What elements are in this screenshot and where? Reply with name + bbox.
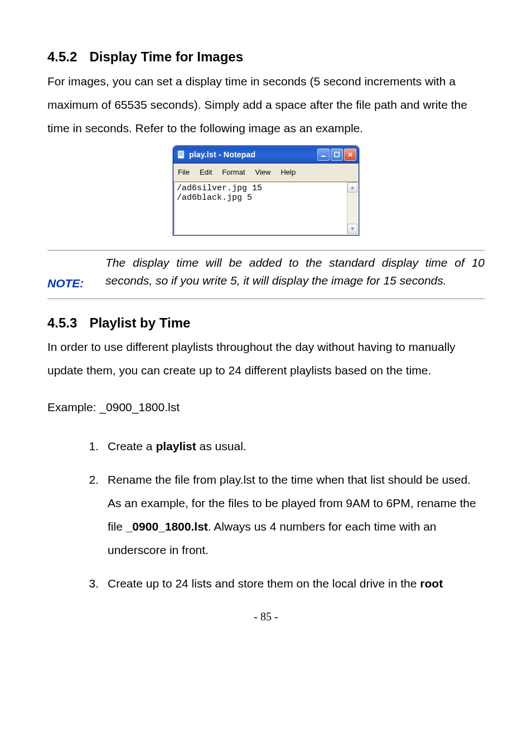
- menu-help[interactable]: Help: [278, 165, 298, 180]
- list-item: Create a playlist as usual.: [91, 435, 485, 458]
- close-button[interactable]: [344, 148, 356, 161]
- section-heading-452: 4.5.2Display Time for Images: [47, 47, 485, 66]
- example-line: Example: _0900_1800.lst: [47, 396, 485, 419]
- steps-list: Create a playlist as usual. Rename the f…: [47, 435, 485, 595]
- step-text-bold: playlist: [156, 440, 196, 452]
- menu-file[interactable]: File: [176, 165, 192, 180]
- svg-rect-6: [335, 152, 339, 157]
- section-number: 4.5.3: [47, 314, 77, 333]
- section-title: Display Time for Images: [89, 49, 243, 64]
- section-453-paragraph: In order to use different playlists thro…: [47, 335, 485, 382]
- notepad-textarea[interactable]: /ad6silver.jpg 15 /ad6black.jpg 5: [175, 182, 347, 234]
- section-number: 4.5.2: [47, 47, 77, 66]
- section-heading-453: 4.5.3Playlist by Time: [47, 314, 485, 333]
- step-text-bold: _0900_1800.lst: [126, 520, 208, 533]
- list-item: Create up to 24 lists and store them on …: [91, 572, 485, 595]
- note-label: NOTE:: [47, 254, 105, 295]
- notepad-title: play.lst - Notepad: [189, 147, 255, 162]
- scrollbar[interactable]: ▲ ▼: [347, 182, 357, 234]
- notepad-window: play.lst - Notepad File Edit Format View…: [173, 146, 359, 235]
- notepad-icon: [177, 150, 186, 159]
- notepad-menubar: File Edit Format View Help: [173, 163, 359, 182]
- scroll-down-icon[interactable]: ▼: [347, 224, 357, 234]
- notepad-titlebar[interactable]: play.lst - Notepad: [173, 146, 359, 163]
- example-value: _0900_1800.lst: [99, 401, 180, 413]
- example-prefix: Example:: [47, 401, 99, 413]
- step-text-bold: root: [420, 577, 443, 590]
- svg-rect-5: [321, 156, 326, 157]
- step-text: as usual.: [196, 440, 246, 452]
- list-item: Rename the file from play.lst to the tim…: [91, 468, 485, 562]
- menu-format[interactable]: Format: [220, 165, 247, 180]
- note-text: The display time will be added to the st…: [105, 254, 485, 290]
- page-number: - 85 -: [47, 605, 485, 628]
- maximize-button[interactable]: [331, 148, 343, 161]
- step-text: Create a: [108, 440, 156, 452]
- menu-view[interactable]: View: [253, 165, 273, 180]
- section-title: Playlist by Time: [89, 315, 190, 330]
- section-452-paragraph: For images, you can set a display time i…: [47, 70, 485, 140]
- scroll-up-icon[interactable]: ▲: [347, 182, 357, 192]
- step-text: Create up to 24 lists and store them on …: [108, 577, 420, 590]
- menu-edit[interactable]: Edit: [197, 165, 214, 180]
- minimize-button[interactable]: [317, 148, 330, 161]
- note-box: NOTE: The display time will be added to …: [47, 250, 485, 299]
